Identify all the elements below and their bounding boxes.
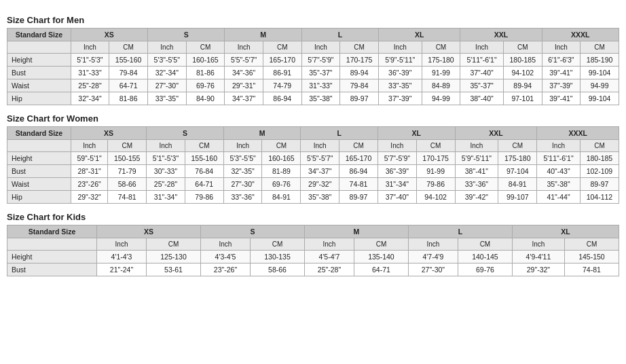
- men-xs-header: XS: [71, 29, 147, 41]
- data-cell: 40"-43": [537, 165, 581, 178]
- data-cell: 84-89: [422, 79, 460, 92]
- data-cell: 4'9-4'11: [512, 251, 564, 263]
- kids-s-inch: Inch: [201, 238, 251, 251]
- data-cell: 89-97: [340, 92, 379, 105]
- data-cell: 94-99: [581, 79, 619, 92]
- data-cell: 5'7"-5'9": [301, 54, 340, 67]
- women-xl-header: XL: [378, 127, 455, 140]
- data-cell: 34"-37": [301, 165, 339, 178]
- data-cell: 150-155: [108, 152, 147, 165]
- men-xl-header: XL: [379, 29, 460, 41]
- kids-m-cm: CM: [354, 238, 408, 251]
- table-row: Height59"-5'1"150-1555'1"-5'3"155-1605'3…: [7, 152, 619, 165]
- data-cell: 5'5"-5'7": [225, 54, 263, 67]
- data-cell: 99-107: [498, 191, 537, 204]
- men-m-inch: Inch: [225, 41, 263, 54]
- men-xxl-inch: Inch: [460, 41, 504, 54]
- data-cell: 180-185: [580, 152, 619, 165]
- table-row: Hip32"-34"81-8633"-35"84-9034"-37"86-943…: [7, 92, 619, 105]
- data-cell: 58-66: [250, 263, 304, 276]
- data-cell: 175-180: [498, 152, 537, 165]
- data-cell: 99-104: [581, 67, 619, 79]
- kids-standard-size-header: Standard Size: [7, 225, 97, 238]
- data-cell: 89-94: [503, 79, 542, 92]
- kids-l-header: L: [408, 225, 512, 238]
- data-cell: 4'7-4'9: [408, 251, 458, 263]
- men-title: Size Chart for Men: [7, 15, 619, 25]
- data-cell: 29"-31": [225, 79, 263, 92]
- men-xxl-header: XXL: [460, 29, 542, 41]
- men-section: Size Chart for Men Standard Size XS S M …: [7, 15, 619, 105]
- table-row: Height4'1-4'3125-1304'3-4'5130-1354'5-4'…: [7, 251, 619, 263]
- data-cell: 84-91: [262, 191, 301, 204]
- women-section: Size Chart for Women Standard Size XS S …: [7, 113, 619, 204]
- data-cell: 86-94: [263, 92, 301, 105]
- men-s-header: S: [148, 29, 225, 41]
- women-s-inch: Inch: [147, 140, 185, 152]
- women-m-inch: Inch: [223, 140, 262, 152]
- data-cell: 125-130: [146, 251, 200, 263]
- data-cell: 32"-35": [223, 165, 262, 178]
- data-cell: 165-170: [339, 152, 378, 165]
- data-cell: 28"-31": [71, 165, 107, 178]
- row-label: Height: [7, 54, 71, 67]
- data-cell: 31"-33": [71, 67, 109, 79]
- data-cell: 94-102: [503, 67, 542, 79]
- data-cell: 21"-24": [97, 263, 147, 276]
- women-xl-cm: CM: [416, 140, 455, 152]
- kids-s-cm: CM: [250, 238, 304, 251]
- data-cell: 69-76: [186, 79, 225, 92]
- data-cell: 64-71: [354, 263, 408, 276]
- men-xs-inch: Inch: [71, 41, 109, 54]
- women-s-header: S: [147, 127, 224, 140]
- row-label: Hip: [7, 191, 71, 204]
- data-cell: 35"-37": [460, 79, 504, 92]
- kids-table: Standard Size XS S M L XL Inch CM Inch C…: [7, 225, 619, 276]
- data-cell: 5'9"-5'11": [455, 152, 498, 165]
- kids-unit-label: [7, 238, 97, 251]
- women-xs-header: XS: [71, 127, 146, 140]
- men-unit-label: [7, 41, 71, 54]
- kids-xl-inch: Inch: [512, 238, 564, 251]
- data-cell: 58-66: [108, 178, 147, 191]
- data-cell: 29"-32": [512, 263, 564, 276]
- women-l-cm: CM: [339, 140, 378, 152]
- data-cell: 31"-34": [378, 178, 416, 191]
- data-cell: 104-112: [580, 191, 619, 204]
- men-xs-cm: CM: [109, 41, 148, 54]
- data-cell: 5'5"-5'7": [301, 152, 339, 165]
- data-cell: 59"-5'1": [71, 152, 107, 165]
- kids-xs-cm: CM: [146, 238, 200, 251]
- data-cell: 84-91: [498, 178, 537, 191]
- data-cell: 79-86: [416, 178, 455, 191]
- data-cell: 79-86: [185, 191, 223, 204]
- data-cell: 29"-32": [301, 178, 339, 191]
- table-row: Waist23"-26"58-6625"-28"64-7127"-30"69-7…: [7, 178, 619, 191]
- data-cell: 175-180: [422, 54, 460, 67]
- kids-m-header: M: [305, 225, 409, 238]
- data-cell: 74-81: [108, 191, 147, 204]
- data-cell: 33"-35": [148, 92, 187, 105]
- men-xxl-cm: CM: [503, 41, 542, 54]
- data-cell: 5'3"-5'5": [223, 152, 262, 165]
- data-cell: 25"-28": [147, 178, 185, 191]
- data-cell: 64-71: [109, 79, 148, 92]
- data-cell: 74-79: [263, 79, 301, 92]
- data-cell: 5'11"-6'1": [460, 54, 504, 67]
- men-xl-cm: CM: [422, 41, 460, 54]
- data-cell: 25"-28": [305, 263, 354, 276]
- data-cell: 91-99: [416, 165, 455, 178]
- data-cell: 33"-35": [379, 79, 422, 92]
- data-cell: 34"-36": [225, 67, 263, 79]
- data-cell: 84-90: [186, 92, 225, 105]
- row-label: Waist: [7, 79, 71, 92]
- data-cell: 91-99: [422, 67, 460, 79]
- data-cell: 36"-39": [378, 165, 416, 178]
- women-xs-cm: CM: [108, 140, 147, 152]
- data-cell: 37"-39": [542, 79, 581, 92]
- data-cell: 32"-34": [71, 92, 109, 105]
- women-standard-size-header: Standard Size: [7, 127, 71, 140]
- data-cell: 5'9"-5'11": [379, 54, 422, 67]
- data-cell: 39"-42": [455, 191, 498, 204]
- women-l-inch: Inch: [301, 140, 339, 152]
